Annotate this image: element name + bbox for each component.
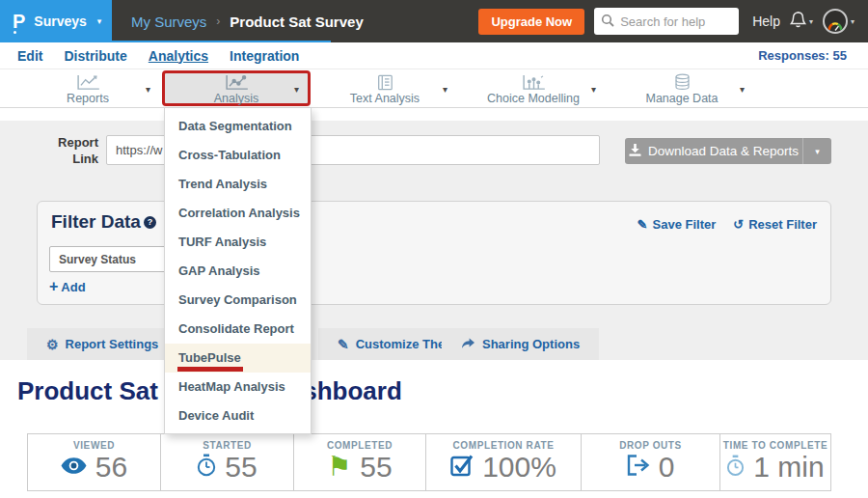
top-bar-actions: Upgrade Now Help ▾ xyxy=(478,8,868,35)
responses-count: Responses: 55 xyxy=(758,48,847,63)
download-options-caret[interactable]: ▾ xyxy=(802,138,831,164)
menu-item-trend-analysis[interactable]: Trend Analysis xyxy=(165,170,311,199)
upgrade-now-button[interactable]: Upgrade Now xyxy=(478,9,584,35)
bell-icon xyxy=(790,11,806,32)
flag-icon: ⚑ xyxy=(327,454,351,481)
help-search xyxy=(594,8,739,35)
menu-item-turf-analysis[interactable]: TURF Analysis xyxy=(165,228,311,257)
filter-data-panel: Filter Data? ✎ Save Filter ↺ Reset Filte… xyxy=(37,201,831,305)
line-chart-icon xyxy=(16,74,159,91)
toolbar-text-analysis[interactable]: Text Analysis ▾ xyxy=(311,70,459,106)
stat-time-to-complete: TIME TO COMPLETE 1 min xyxy=(720,434,830,490)
menu-item-heatmap-analysis[interactable]: HeatMap Analysis xyxy=(165,373,311,401)
toolbar-choice-modelling[interactable]: Choice Modelling ▾ xyxy=(459,70,608,106)
timer-icon xyxy=(726,455,745,481)
brand-logo-icon: P xyxy=(13,12,25,31)
app-window: P Surveys ▾ My Surveys › Product Sat Sur… xyxy=(0,0,868,498)
nav-integration[interactable]: Integration xyxy=(230,48,299,64)
analysis-dropdown-menu: Data Segmentation Cross-Tabulation Trend… xyxy=(164,108,312,434)
survey-nav: Edit Distribute Analytics Integration Re… xyxy=(0,42,868,69)
menu-item-cross-tabulation[interactable]: Cross-Tabulation xyxy=(165,141,311,170)
breadcrumb-separator: › xyxy=(216,14,220,28)
eye-icon xyxy=(61,457,87,478)
nav-distribute[interactable]: Distribute xyxy=(64,48,126,64)
content-area: Report Link Download Data & Reports ▾ Fi… xyxy=(0,108,868,498)
tab-report-settings[interactable]: ⚙ Report Settings xyxy=(27,328,177,360)
tab-sharing-options[interactable]: Sharing Options xyxy=(442,328,599,360)
exit-icon xyxy=(627,455,650,480)
checkbox-icon xyxy=(450,454,474,481)
combo-chart-icon xyxy=(462,74,605,91)
help-link[interactable]: Help xyxy=(752,14,780,29)
menu-item-survey-comparison[interactable]: Survey Comparison xyxy=(165,286,311,315)
download-data-reports-button[interactable]: Download Data & Reports ▾ xyxy=(625,138,831,164)
toolbar-label: Analysis xyxy=(165,92,308,105)
breadcrumb-current-survey: Product Sat Survey xyxy=(230,14,363,30)
nav-analytics[interactable]: Analytics xyxy=(149,48,208,64)
toolbar-label: Choice Modelling xyxy=(462,92,605,105)
toolbar-label: Reports xyxy=(16,92,159,105)
top-bar: P Surveys ▾ My Surveys › Product Sat Sur… xyxy=(0,0,868,42)
survey-status-value: Survey Status xyxy=(59,253,136,266)
chevron-down-icon: ▾ xyxy=(809,17,813,26)
gear-icon: ⚙ xyxy=(46,337,59,352)
toolbar-analysis[interactable]: Analysis ▾ xyxy=(162,70,311,106)
report-link-label: Report Link xyxy=(48,135,98,168)
chevron-down-icon: ▾ xyxy=(443,84,448,95)
toolbar-label: Text Analysis xyxy=(313,92,456,105)
annotation-underline xyxy=(177,367,243,372)
menu-item-consolidate-report[interactable]: Consolidate Report xyxy=(165,315,311,344)
help-icon[interactable]: ? xyxy=(144,216,156,229)
product-name: Surveys xyxy=(34,14,86,29)
breadcrumb-my-surveys[interactable]: My Surveys xyxy=(131,14,206,30)
chevron-down-icon: ▾ xyxy=(146,84,150,95)
reset-icon: ↺ xyxy=(733,217,744,232)
plus-icon: + xyxy=(49,279,58,294)
survey-status-select[interactable]: Survey Status ▾ xyxy=(49,246,181,272)
share-icon xyxy=(461,337,475,352)
chevron-down-icon: ▾ xyxy=(97,16,102,26)
chevron-down-icon: ▾ xyxy=(815,147,820,156)
stat-drop-outs: DROP OUTS 0 xyxy=(582,434,720,490)
nav-edit[interactable]: Edit xyxy=(17,48,42,64)
download-icon xyxy=(629,144,641,159)
menu-item-correlation-analysis[interactable]: Correlation Analysis xyxy=(165,199,311,228)
toolbar-reports[interactable]: Reports ▾ xyxy=(14,70,162,106)
menu-item-data-segmentation[interactable]: Data Segmentation xyxy=(165,112,311,141)
stat-completion-rate: COMPLETION RATE 100% xyxy=(426,434,582,490)
ledger-icon xyxy=(313,74,456,91)
pencil-icon: ✎ xyxy=(637,217,648,232)
chevron-down-icon: ▾ xyxy=(294,84,299,95)
add-filter-button[interactable]: + Add xyxy=(49,279,86,294)
scatter-chart-icon xyxy=(165,74,308,91)
stats-summary: VIEWED 56 STARTED 55 xyxy=(27,433,831,491)
stopwatch-icon xyxy=(197,454,216,481)
menu-item-device-audit[interactable]: Device Audit xyxy=(165,401,311,430)
download-label: Download Data & Reports xyxy=(648,144,799,158)
chevron-down-icon: ▾ xyxy=(591,84,596,95)
stat-completed: COMPLETED ⚑ 55 xyxy=(294,434,426,490)
stat-started: STARTED 55 xyxy=(161,434,294,490)
notifications-menu[interactable]: ▾ xyxy=(790,11,813,32)
search-input[interactable] xyxy=(594,8,739,35)
dashboard-section: Product Sat Survey - Dashboard VIEWED 56… xyxy=(0,360,868,498)
breadcrumb: My Surveys › Product Sat Survey xyxy=(131,14,364,30)
pencil-icon: ✎ xyxy=(338,337,349,352)
database-icon xyxy=(610,74,753,91)
filter-data-title: Filter Data? xyxy=(51,211,156,233)
menu-item-gap-analysis[interactable]: GAP Analysis xyxy=(165,257,311,286)
report-tabs: ⚙ Report Settings ✎ Customize Theme Shar… xyxy=(0,328,868,360)
stat-viewed: VIEWED 56 xyxy=(28,434,161,490)
chevron-down-icon: ▾ xyxy=(851,17,854,26)
toolbar-manage-data[interactable]: Manage Data ▾ xyxy=(608,70,756,106)
product-switcher[interactable]: P Surveys ▾ xyxy=(0,0,112,42)
toolbar-label: Manage Data xyxy=(610,92,753,105)
menu-item-tubepulse[interactable]: TubePulse xyxy=(165,344,311,373)
save-filter-button[interactable]: ✎ Save Filter xyxy=(637,217,717,232)
analytics-toolbar: Reports ▾ Analysis ▾ Text Analysis ▾ Cho… xyxy=(0,69,868,108)
search-icon xyxy=(601,14,614,31)
reset-filter-button[interactable]: ↺ Reset Filter xyxy=(733,217,817,232)
filter-actions: ✎ Save Filter ↺ Reset Filter xyxy=(637,217,817,232)
avatar xyxy=(823,9,848,34)
account-menu[interactable]: ▾ xyxy=(823,9,854,34)
